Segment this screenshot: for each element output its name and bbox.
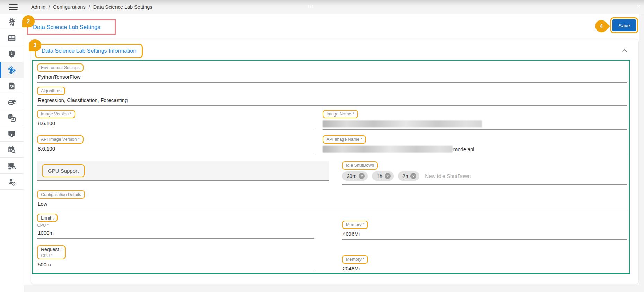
server-alert-icon: [7, 161, 16, 170]
topbar: Admin / Configurations / Data Science La…: [0, 0, 644, 14]
form-highlight-container: Enviroment Settings PythonTensorFlow Alg…: [32, 60, 630, 274]
breadcrumb-current: Data Science Lab Settings: [93, 4, 153, 10]
idle-shutdown-label: Idle ShutDown: [342, 161, 378, 170]
limit-memory-value[interactable]: 4096Mi: [343, 231, 627, 237]
breadcrumb-separator: /: [49, 4, 50, 10]
request-cpu-value[interactable]: 500m: [38, 261, 314, 268]
save-annotation-outline: Save: [610, 17, 638, 33]
sidebar-item-user-badge[interactable]: [0, 14, 24, 30]
request-cpu-label: CPU *: [41, 253, 62, 258]
image-name-value[interactable]: [323, 120, 627, 127]
svg-text:A: A: [12, 118, 15, 121]
limit-cpu-label: CPU *: [37, 223, 314, 228]
field-api-image-version: API Image Version * 8.6.100: [37, 135, 314, 154]
hamburger-menu-icon[interactable]: [9, 4, 18, 12]
page-indicator: 1/1: [307, 4, 314, 9]
idle-chip-label: 2h: [403, 173, 408, 179]
sidebar-item-calendar-search[interactable]: [0, 142, 24, 158]
breadcrumb-configurations[interactable]: Configurations: [53, 4, 86, 10]
sidebar-item-cloud-network[interactable]: [0, 94, 24, 110]
gpu-support-label: GPU Support: [42, 164, 85, 177]
field-idle-shutdown: Idle ShutDown 30m × 1h × 2h ×: [342, 161, 627, 185]
api-image-version-label: API Image Version *: [37, 135, 84, 144]
breadcrumb-separator: /: [89, 4, 90, 10]
field-api-image-name: API Image Name * modelapi: [323, 135, 627, 155]
settings-card: Data Science Lab Settings Information En…: [31, 39, 639, 284]
idle-chip: 2h ×: [398, 171, 420, 181]
image-version-value[interactable]: 8.6.100: [38, 120, 314, 127]
image-name-label: Image Name *: [323, 110, 358, 118]
row-request: Request : CPU * 500m Memory * 2048Mi: [37, 245, 627, 274]
close-icon[interactable]: ×: [637, 2, 641, 10]
request-memory-label: Memory *: [342, 255, 368, 264]
cloud-network-icon: [7, 97, 16, 106]
redacted-value: [323, 120, 482, 127]
field-image-version: Image Version * 8.6.100: [37, 110, 314, 129]
environment-settings-value[interactable]: PythonTensorFlow: [38, 74, 627, 80]
page-edge-bottom: [24, 285, 644, 292]
breadcrumb: Admin / Configurations / Data Science La…: [31, 4, 153, 10]
page-edge-right: [639, 14, 644, 292]
configurations-gears-icon: [7, 66, 16, 75]
row-api-image: API Image Version * 8.6.100 API Image Na…: [37, 135, 627, 155]
configuration-details-label: Configuration Details: [37, 190, 85, 199]
sidebar-item-configurations[interactable]: [0, 62, 24, 78]
breadcrumb-admin[interactable]: Admin: [31, 4, 45, 10]
sidebar-item-translation[interactable]: 3T A: [0, 110, 24, 126]
redacted-value: [323, 146, 453, 153]
request-label-text: Request :: [41, 247, 62, 252]
user-badge-icon: [7, 18, 16, 27]
api-image-name-value[interactable]: modelapi: [323, 146, 627, 153]
request-memory-value[interactable]: 2048Mi: [343, 266, 627, 272]
translation-icon: 3T A: [7, 113, 16, 122]
api-image-name-label: API Image Name *: [323, 135, 366, 144]
sidebar-nav: 3T A: [0, 14, 24, 292]
collapse-chevron-icon[interactable]: [622, 48, 627, 54]
limit-memory-label: Memory *: [342, 221, 368, 229]
billing-document-icon: [7, 34, 16, 43]
sidebar-item-server-alert[interactable]: [0, 158, 24, 174]
section-title: Data Science Lab Settings Information: [35, 44, 143, 58]
field-environment-settings: Enviroment Settings PythonTensorFlow: [37, 63, 627, 83]
api-image-version-value[interactable]: 8.6.100: [38, 146, 314, 152]
document-settings-icon: [7, 81, 16, 91]
new-idle-shutdown-input[interactable]: [425, 173, 501, 179]
certificate-icon: [7, 129, 16, 138]
idle-chip-label: 1h: [377, 173, 382, 179]
limit-cpu-value[interactable]: 1000m: [38, 230, 314, 236]
field-configuration-details: Configuration Details Low: [37, 190, 627, 209]
image-version-label: Image Version *: [37, 110, 75, 118]
row-image: Image Version * 8.6.100 Image Name *: [37, 110, 627, 130]
chip-remove-icon[interactable]: ×: [359, 173, 365, 179]
page-title-highlight: Data Science Lab Settings: [27, 19, 116, 35]
sidebar-item-security[interactable]: [0, 46, 24, 62]
idle-chip-label: 30m: [347, 173, 356, 179]
limit-group-label: Limit :: [37, 214, 58, 222]
api-image-name-suffix: modelapi: [453, 146, 475, 152]
field-limit-cpu: Limit : CPU * 1000m: [37, 214, 314, 239]
row-limit: Limit : CPU * 1000m Memory * 4096Mi: [37, 214, 627, 240]
sidebar-item-user-clock[interactable]: [0, 174, 24, 190]
security-shield-icon: [7, 50, 16, 59]
step-badge-2: 2: [22, 15, 35, 27]
sidebar-item-billing[interactable]: [0, 30, 24, 46]
field-image-name: Image Name *: [323, 110, 627, 130]
step-badge-3: 3: [29, 39, 41, 51]
request-group-label: Request : CPU *: [37, 245, 66, 259]
page-title: Data Science Lab Settings: [33, 24, 100, 31]
save-button[interactable]: Save: [612, 19, 636, 31]
environment-settings-label: Enviroment Settings: [37, 63, 84, 72]
chip-remove-icon[interactable]: ×: [410, 173, 416, 179]
idle-chip: 1h ×: [372, 171, 394, 181]
chip-remove-icon[interactable]: ×: [385, 173, 391, 179]
field-request-cpu: Request : CPU * 500m: [37, 245, 314, 270]
sidebar-item-certificate[interactable]: [0, 126, 24, 142]
gpu-support-panel[interactable]: GPU Support: [37, 161, 329, 181]
sidebar-item-document-settings[interactable]: [0, 78, 24, 94]
algorithms-value[interactable]: Regression, Classification, Forecasting: [38, 97, 627, 103]
algorithms-label: Algorithms: [37, 87, 65, 95]
row-gpu-idle: GPU Support Idle ShutDown 30m × 1h × 2h …: [37, 161, 627, 185]
idle-chip: 30m ×: [342, 171, 368, 181]
configuration-details-value[interactable]: Low: [38, 201, 627, 207]
field-limit-memory: Memory * 4096Mi: [342, 221, 627, 240]
